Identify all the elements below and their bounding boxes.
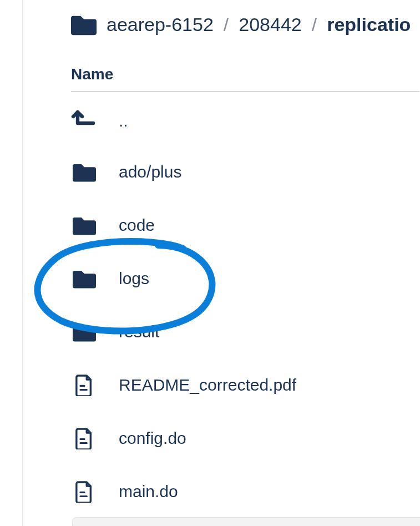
file-label: main.do bbox=[119, 482, 178, 501]
breadcrumb-208442[interactable]: 208442 bbox=[239, 14, 301, 36]
file-browser: aearep-6152 / 208442 / replicatio Name .… bbox=[0, 0, 420, 518]
file-icon bbox=[71, 481, 98, 503]
folder-icon bbox=[71, 162, 98, 182]
file-label: config.do bbox=[119, 429, 186, 448]
bottom-scrollbar[interactable] bbox=[72, 517, 420, 526]
file-icon bbox=[71, 427, 98, 449]
parent-dir-row[interactable]: .. bbox=[71, 92, 420, 145]
folder-row-code[interactable]: code bbox=[71, 199, 420, 252]
folder-row-ado-plus[interactable]: ado/plus bbox=[71, 145, 420, 199]
folder-row-logs[interactable]: logs bbox=[71, 252, 420, 305]
folder-label: logs bbox=[119, 269, 149, 288]
folder-label: code bbox=[119, 216, 155, 235]
file-row-main[interactable]: main.do bbox=[71, 465, 420, 518]
parent-dir-icon bbox=[71, 105, 98, 132]
file-label: README_corrected.pdf bbox=[119, 376, 296, 394]
folder-label: result bbox=[119, 322, 159, 341]
breadcrumb-sep: / bbox=[224, 14, 229, 36]
file-list: .. ado/plus code log bbox=[71, 92, 420, 518]
breadcrumb: aearep-6152 / 208442 / replicatio bbox=[71, 13, 420, 36]
breadcrumb-sep: / bbox=[312, 14, 317, 36]
parent-dir-label: .. bbox=[119, 112, 128, 130]
folder-icon bbox=[71, 322, 98, 342]
folder-icon bbox=[71, 269, 98, 289]
folder-row-result[interactable]: result bbox=[71, 305, 420, 358]
file-row-readme[interactable]: README_corrected.pdf bbox=[71, 358, 420, 412]
folder-icon bbox=[71, 215, 98, 235]
file-row-config[interactable]: config.do bbox=[71, 412, 420, 465]
file-icon bbox=[71, 374, 98, 396]
column-header-name[interactable]: Name bbox=[71, 65, 419, 92]
breadcrumb-aearep[interactable]: aearep-6152 bbox=[107, 14, 214, 36]
left-border bbox=[22, 0, 23, 526]
folder-label: ado/plus bbox=[119, 163, 181, 181]
folder-icon bbox=[71, 13, 97, 36]
breadcrumb-current: replicatio bbox=[327, 14, 411, 36]
